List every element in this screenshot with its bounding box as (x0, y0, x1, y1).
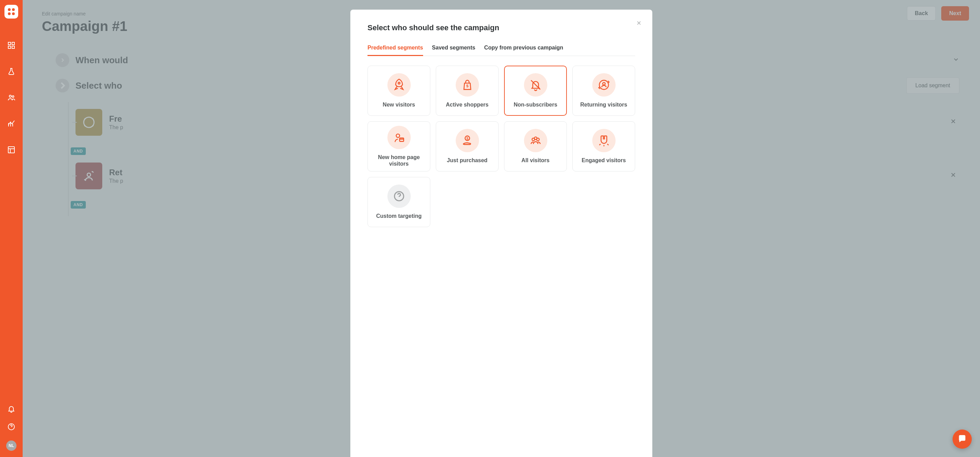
segment-card-label: Active shoppers (446, 101, 488, 108)
bell-icon (7, 405, 16, 413)
svg-rect-2 (8, 46, 11, 48)
bag-icon (456, 73, 479, 97)
grid-icon (7, 41, 16, 50)
segment-card-label: Non-subscribers (514, 101, 557, 108)
app-logo[interactable] (5, 5, 18, 19)
tab-copy-from-previous[interactable]: Copy from previous campaign (484, 45, 563, 56)
segment-grid: New visitorsActive shoppersNon-subscribe… (368, 66, 635, 227)
segment-card-label: Returning visitors (580, 101, 627, 108)
svg-point-4 (9, 95, 11, 97)
segment-card-new-visitors[interactable]: New visitors (368, 66, 430, 116)
flask-icon (7, 67, 16, 75)
segment-card-label: New visitors (383, 101, 415, 108)
svg-rect-6 (8, 147, 14, 153)
svg-rect-3 (12, 46, 14, 48)
chat-fab[interactable] (953, 430, 972, 449)
layout-icon (7, 146, 16, 154)
user-home-icon (387, 126, 411, 149)
refresh-user-icon (592, 73, 616, 97)
crowd-icon (524, 129, 547, 152)
svg-rect-0 (8, 42, 11, 45)
modal-title: Select who should see the campaign (368, 23, 635, 32)
segment-card-active-shoppers[interactable]: Active shoppers (436, 66, 499, 116)
segment-card-custom-targeting[interactable]: Custom targeting (368, 177, 430, 227)
svg-point-5 (12, 96, 14, 97)
close-button[interactable] (636, 19, 642, 28)
sidebar: NL (0, 0, 23, 457)
people-icon (7, 93, 16, 102)
coin-hand-icon (456, 129, 479, 152)
segment-card-label: Custom targeting (376, 213, 422, 219)
close-icon (636, 20, 642, 26)
modal-tabs: Predefined segments Saved segments Copy … (368, 45, 635, 56)
segment-card-returning-visitors[interactable]: Returning visitors (572, 66, 635, 116)
bell-off-icon (524, 73, 547, 97)
segment-card-new-home-page-visitors[interactable]: New home page visitors (368, 121, 430, 171)
user-avatar[interactable]: NL (6, 441, 16, 451)
nav-notifications[interactable] (0, 405, 23, 413)
question-icon (387, 185, 411, 208)
rocket-icon (387, 73, 411, 97)
tab-predefined-segments[interactable]: Predefined segments (368, 45, 423, 56)
segment-card-just-purchased[interactable]: Just purchased (436, 121, 499, 171)
chart-up-icon (7, 120, 16, 128)
nav-analytics[interactable] (0, 111, 23, 137)
nav-layouts[interactable] (0, 137, 23, 163)
chat-icon (957, 434, 967, 444)
segment-card-label: New home page visitors (371, 154, 427, 167)
segment-card-all-visitors[interactable]: All visitors (504, 121, 567, 171)
dice-icon (8, 8, 15, 15)
modal-overlay: Select who should see the campaign Prede… (23, 0, 980, 457)
segment-card-engaged-visitors[interactable]: Engaged visitors (572, 121, 635, 171)
segment-modal: Select who should see the campaign Prede… (350, 10, 652, 457)
svg-rect-1 (12, 42, 14, 45)
help-circle-icon (7, 423, 16, 431)
nav-dashboard[interactable] (0, 32, 23, 58)
segment-card-label: Engaged visitors (582, 157, 626, 163)
nav-audiences[interactable] (0, 85, 23, 111)
nav-help[interactable] (0, 423, 23, 431)
nav-experiments[interactable] (0, 58, 23, 85)
segment-card-label: All visitors (522, 157, 550, 163)
segment-card-label: Just purchased (447, 157, 487, 163)
tab-saved-segments[interactable]: Saved segments (432, 45, 475, 56)
magnet-icon (592, 129, 616, 152)
segment-card-non-subscribers[interactable]: Non-subscribers (504, 66, 567, 116)
